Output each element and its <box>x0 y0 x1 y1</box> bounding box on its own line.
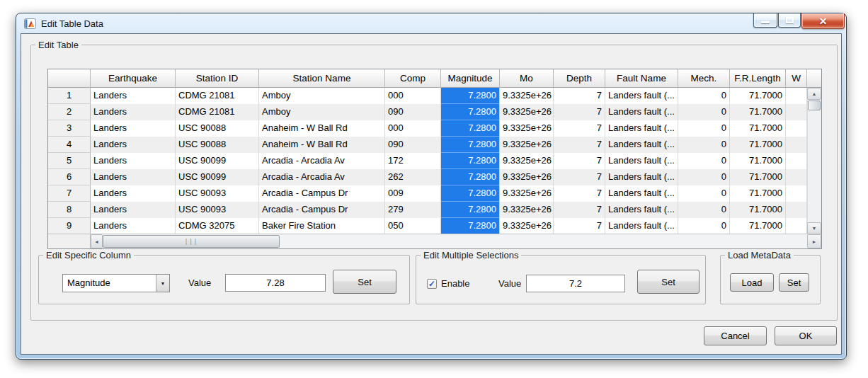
cell-mech[interactable]: 0 <box>678 218 730 234</box>
cell-comp[interactable]: 262 <box>385 169 441 185</box>
scroll-up-button[interactable]: ▲ <box>807 88 821 100</box>
cell-mech[interactable]: 0 <box>678 202 730 218</box>
cell-w[interactable] <box>786 137 807 153</box>
cell-mo[interactable]: 9.3325e+26 <box>500 153 554 169</box>
cell-w[interactable] <box>786 202 807 218</box>
cell-fault_name[interactable]: Landers fault (... <box>605 137 678 153</box>
cell-depth[interactable]: 7 <box>554 88 605 104</box>
cell-station_id[interactable]: USC 90099 <box>176 169 259 185</box>
cell-earthquake[interactable]: Landers <box>91 88 176 104</box>
cell-station_name[interactable]: Anaheim - W Ball Rd <box>259 137 385 153</box>
cell-magnitude[interactable]: 7.2800 <box>441 153 500 169</box>
cell-station_name[interactable]: Amboy <box>259 88 385 104</box>
horizontal-scrollbar-thumb[interactable]: ||| <box>103 235 280 248</box>
multiple-set-button[interactable]: Set <box>637 270 699 294</box>
cell-magnitude[interactable]: 7.2800 <box>441 169 500 185</box>
cell-mech[interactable]: 0 <box>678 88 730 104</box>
cell-magnitude[interactable]: 7.2800 <box>441 202 500 218</box>
cell-comp[interactable]: 090 <box>385 137 441 153</box>
ok-button[interactable]: OK <box>775 326 837 345</box>
cell-w[interactable] <box>786 169 807 185</box>
horizontal-scrollbar[interactable]: ◄ ||| ► <box>91 234 821 248</box>
cell-fault_name[interactable]: Landers fault (... <box>605 104 678 120</box>
cell-magnitude[interactable]: 7.2800 <box>441 88 500 104</box>
cell-w[interactable] <box>786 88 807 104</box>
cell-mo[interactable]: 9.3325e+26 <box>500 169 554 185</box>
cell-mech[interactable]: 0 <box>678 137 730 153</box>
cell-mo[interactable]: 9.3325e+26 <box>500 137 554 153</box>
cell-comp[interactable]: 279 <box>385 202 441 218</box>
cell-fr_length[interactable]: 71.7000 <box>730 153 786 169</box>
cell-earthquake[interactable]: Landers <box>91 169 176 185</box>
cell-magnitude[interactable]: 7.2800 <box>441 104 500 120</box>
cell-magnitude[interactable]: 7.2800 <box>441 137 500 153</box>
cell-earthquake[interactable]: Landers <box>91 153 176 169</box>
cell-station_id[interactable]: USC 90093 <box>176 202 259 218</box>
metadata-set-button[interactable]: Set <box>779 273 809 292</box>
scroll-down-button[interactable]: ▼ <box>807 222 821 234</box>
load-button[interactable]: Load <box>730 273 774 292</box>
cell-fr_length[interactable]: 71.7000 <box>730 169 786 185</box>
cell-comp[interactable]: 009 <box>385 185 441 202</box>
cell-w[interactable] <box>786 218 807 234</box>
cell-earthquake[interactable]: Landers <box>91 218 176 234</box>
cell-fault_name[interactable]: Landers fault (... <box>605 120 678 137</box>
cell-fault_name[interactable]: Landers fault (... <box>605 218 678 234</box>
vertical-scrollbar-thumb[interactable] <box>808 101 821 110</box>
cell-station_name[interactable]: Baker Fire Station <box>259 218 385 234</box>
cell-station_id[interactable]: USC 90088 <box>176 137 259 153</box>
scroll-right-button[interactable]: ► <box>807 234 821 248</box>
cell-station_name[interactable]: Arcadia - Campus Dr <box>259 202 385 218</box>
cell-earthquake[interactable]: Landers <box>91 104 176 120</box>
cell-mo[interactable]: 9.3325e+26 <box>500 185 554 202</box>
cell-station_name[interactable]: Anaheim - W Ball Rd <box>259 120 385 137</box>
cell-comp[interactable]: 000 <box>385 88 441 104</box>
cell-station_name[interactable]: Amboy <box>259 104 385 120</box>
cell-depth[interactable]: 7 <box>554 218 605 234</box>
cell-earthquake[interactable]: Landers <box>91 185 176 202</box>
cell-fr_length[interactable]: 71.7000 <box>730 185 786 202</box>
column-select-dropdown[interactable]: Magnitude ▼ <box>62 274 170 292</box>
cell-mo[interactable]: 9.3325e+26 <box>500 104 554 120</box>
cell-fault_name[interactable]: Landers fault (... <box>605 185 678 202</box>
scroll-left-button[interactable]: ◄ <box>91 234 103 248</box>
cell-station_id[interactable]: CDMG 21081 <box>176 88 259 104</box>
cell-fault_name[interactable]: Landers fault (... <box>605 153 678 169</box>
cell-comp[interactable]: 050 <box>385 218 441 234</box>
cell-magnitude[interactable]: 7.2800 <box>441 120 500 137</box>
cell-fr_length[interactable]: 71.7000 <box>730 88 786 104</box>
cell-mo[interactable]: 9.3325e+26 <box>500 120 554 137</box>
specific-set-button[interactable]: Set <box>333 270 396 294</box>
cell-station_name[interactable]: Arcadia - Arcadia Av <box>259 169 385 185</box>
cell-w[interactable] <box>786 185 807 202</box>
cell-station_id[interactable]: CDMG 32075 <box>176 218 259 234</box>
maximize-button[interactable] <box>778 13 801 28</box>
cell-station_id[interactable]: USC 90088 <box>176 120 259 137</box>
cell-station_id[interactable]: USC 90099 <box>176 153 259 169</box>
cell-fault_name[interactable]: Landers fault (... <box>605 88 678 104</box>
cell-depth[interactable]: 7 <box>554 104 605 120</box>
cell-w[interactable] <box>786 153 807 169</box>
cell-fr_length[interactable]: 71.7000 <box>730 104 786 120</box>
cell-fault_name[interactable]: Landers fault (... <box>605 202 678 218</box>
cell-mech[interactable]: 0 <box>678 169 730 185</box>
titlebar[interactable]: Edit Table Data ✕ <box>16 13 846 33</box>
cell-mech[interactable]: 0 <box>678 185 730 202</box>
cell-mech[interactable]: 0 <box>678 104 730 120</box>
cell-earthquake[interactable]: Landers <box>91 202 176 218</box>
cell-earthquake[interactable]: Landers <box>91 120 176 137</box>
cell-depth[interactable]: 7 <box>554 120 605 137</box>
cell-w[interactable] <box>786 104 807 120</box>
cell-depth[interactable]: 7 <box>554 202 605 218</box>
cell-depth[interactable]: 7 <box>554 137 605 153</box>
cell-mo[interactable]: 9.3325e+26 <box>500 202 554 218</box>
cancel-button[interactable]: Cancel <box>704 326 767 345</box>
cell-station_id[interactable]: CDMG 21081 <box>176 104 259 120</box>
enable-checkbox[interactable]: ✓ <box>427 279 437 289</box>
cell-fr_length[interactable]: 71.7000 <box>730 120 786 137</box>
cell-comp[interactable]: 172 <box>385 153 441 169</box>
minimize-button[interactable] <box>753 13 777 28</box>
cell-station_id[interactable]: USC 90093 <box>176 185 259 202</box>
cell-depth[interactable]: 7 <box>554 185 605 202</box>
multiple-value-input[interactable] <box>526 275 625 292</box>
